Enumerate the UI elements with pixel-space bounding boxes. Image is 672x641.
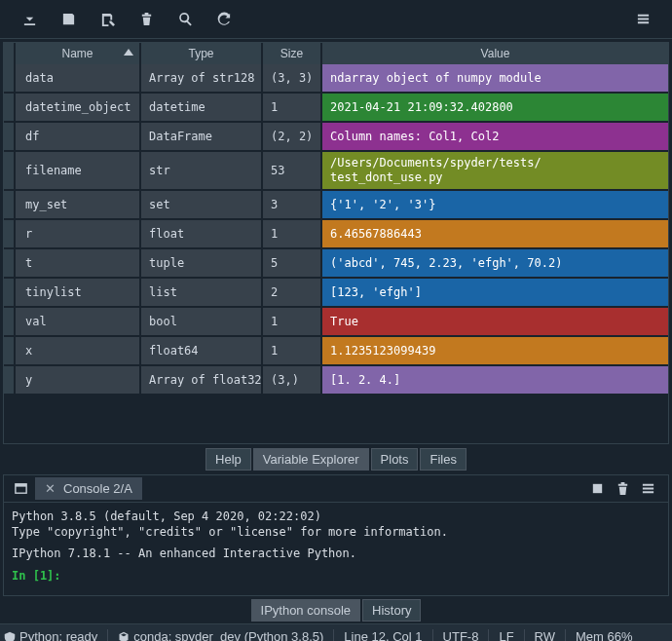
- stop-icon[interactable]: [586, 478, 608, 500]
- cell-size: (3,): [261, 366, 320, 396]
- cell-type: set: [139, 191, 261, 220]
- rw-status[interactable]: RW: [535, 629, 555, 641]
- conda-env[interactable]: conda: spyder_dev (Python 3.8.5): [118, 629, 323, 641]
- refresh-icon[interactable]: [205, 0, 243, 39]
- cell-size: 1: [261, 308, 320, 337]
- clear-icon[interactable]: [612, 478, 633, 500]
- console-output[interactable]: Python 3.8.5 (default, Sep 4 2020, 02:22…: [4, 503, 668, 595]
- table-row[interactable]: my_setset3{'1', '2', '3'}: [4, 191, 668, 220]
- cell-name: x: [14, 337, 139, 366]
- cell-type: float64: [139, 337, 261, 366]
- cell-name: y: [14, 366, 139, 396]
- cell-type: str: [139, 152, 261, 191]
- cell-name: datetime_object: [14, 94, 139, 123]
- table-row[interactable]: tinylistlist2[123, 'efgh']: [4, 279, 668, 308]
- cell-value: Column names: Col1, Col2: [320, 123, 668, 152]
- encoding[interactable]: UTF-8: [443, 629, 479, 641]
- cell-size: 2: [261, 279, 320, 308]
- cell-type: DataFrame: [139, 123, 261, 152]
- table-row[interactable]: xfloat6411.1235123099439: [4, 337, 668, 366]
- cell-value: 6.46567886443: [320, 220, 668, 249]
- eol[interactable]: LF: [499, 629, 513, 641]
- cell-type: datetime: [139, 94, 261, 123]
- tab-files[interactable]: Files: [420, 448, 466, 471]
- cell-type: Array of float32: [139, 366, 261, 396]
- header-size[interactable]: Size: [261, 43, 320, 64]
- header-name[interactable]: Name: [14, 43, 139, 64]
- cell-type: bool: [139, 308, 261, 337]
- variable-explorer-toolbar: [0, 0, 672, 39]
- cell-name: data: [14, 64, 139, 94]
- cell-value: 2021-04-21 21:09:32.402800: [320, 94, 668, 123]
- console-line: Python 3.8.5 (default, Sep 4 2020, 02:22…: [12, 509, 660, 524]
- cell-size: 1: [261, 220, 320, 249]
- options-menu-icon[interactable]: [623, 0, 662, 39]
- table-row[interactable]: yArray of float32(3,)[1. 2. 4.]: [4, 366, 668, 396]
- table-row[interactable]: dataArray of str128(3, 3)ndarray object …: [4, 64, 668, 94]
- memory-usage[interactable]: Mem 66%: [576, 629, 633, 641]
- cell-name: filename: [14, 152, 139, 191]
- console-tab[interactable]: ✕ Console 2/A: [35, 477, 142, 500]
- browse-tabs-icon[interactable]: [10, 478, 31, 500]
- cell-value: {'1', '2', '3'}: [320, 191, 668, 220]
- cell-name: tinylist: [14, 279, 139, 308]
- cell-size: 53: [261, 152, 320, 191]
- console-line: Type "copyright", "credits" or "license"…: [12, 524, 660, 540]
- save-as-icon[interactable]: [88, 0, 127, 39]
- cell-type: tuple: [139, 249, 261, 279]
- close-tab-icon[interactable]: ✕: [45, 481, 56, 496]
- tab-plots[interactable]: Plots: [371, 448, 419, 471]
- lsp-status[interactable]: Python: ready: [4, 629, 97, 641]
- cell-value: True: [320, 308, 668, 337]
- cell-size: 1: [261, 337, 320, 366]
- cell-name: my_set: [14, 191, 139, 220]
- status-bar: Python: ready conda: spyder_dev (Python …: [0, 623, 672, 641]
- table-header: Name Type Size Value: [4, 43, 668, 64]
- console-line: IPython 7.18.1 -- An enhanced Interactiv…: [12, 546, 660, 561]
- header-type[interactable]: Type: [139, 43, 261, 64]
- cell-type: float: [139, 220, 261, 249]
- cell-size: (2, 2): [261, 123, 320, 152]
- cell-type: list: [139, 279, 261, 308]
- cell-value: ('abcd', 745, 2.23, 'efgh', 70.2): [320, 249, 668, 279]
- table-row[interactable]: ttuple5('abcd', 745, 2.23, 'efgh', 70.2): [4, 249, 668, 279]
- cell-value: ndarray object of numpy module: [320, 64, 668, 94]
- cell-name: t: [14, 249, 139, 279]
- console-tab-label: Console 2/A: [63, 481, 132, 496]
- cell-size: 5: [261, 249, 320, 279]
- cursor-position[interactable]: Line 12, Col 1: [344, 629, 422, 641]
- header-value[interactable]: Value: [320, 43, 668, 64]
- svg-rect-1: [15, 484, 25, 487]
- tab-history[interactable]: History: [362, 599, 421, 622]
- cell-size: 3: [261, 191, 320, 220]
- pane-tabs: Help Variable Explorer Plots Files: [0, 447, 672, 472]
- cell-value: [123, 'efgh']: [320, 279, 668, 308]
- tab-variable-explorer[interactable]: Variable Explorer: [253, 448, 369, 471]
- header-name-label: Name: [61, 47, 93, 60]
- table-row[interactable]: datetime_objectdatetime12021-04-21 21:09…: [4, 94, 668, 123]
- cell-name: r: [14, 220, 139, 249]
- variable-explorer-table: Name Type Size Value dataArray of str128…: [3, 42, 669, 444]
- tab-ipython-console[interactable]: IPython console: [251, 599, 361, 622]
- save-icon[interactable]: [49, 0, 88, 39]
- table-row[interactable]: dfDataFrame(2, 2)Column names: Col1, Col…: [4, 123, 668, 152]
- console-options-icon[interactable]: [637, 478, 658, 500]
- ipython-console-panel: ✕ Console 2/A Python 3.8.5 (default, Sep…: [3, 474, 669, 596]
- delete-icon[interactable]: [127, 0, 166, 39]
- cell-type: Array of str128: [139, 64, 261, 94]
- cell-size: (3, 3): [261, 64, 320, 94]
- cell-name: val: [14, 308, 139, 337]
- tab-help[interactable]: Help: [205, 448, 251, 471]
- search-icon[interactable]: [166, 0, 205, 39]
- cell-value: 1.1235123099439: [320, 337, 668, 366]
- cell-value: [1. 2. 4.]: [320, 366, 668, 396]
- sort-indicator-icon: [124, 49, 133, 56]
- import-icon[interactable]: [10, 0, 49, 39]
- table-row[interactable]: valbool1True: [4, 308, 668, 337]
- console-pane-tabs: IPython console History: [0, 598, 672, 623]
- table-row[interactable]: filenamestr53/Users/Documents/spyder/tes…: [4, 152, 668, 191]
- cell-value: /Users/Documents/spyder/tests/test_dont_…: [320, 152, 668, 191]
- svg-rect-2: [592, 484, 601, 493]
- cell-name: df: [14, 123, 139, 152]
- table-row[interactable]: rfloat16.46567886443: [4, 220, 668, 249]
